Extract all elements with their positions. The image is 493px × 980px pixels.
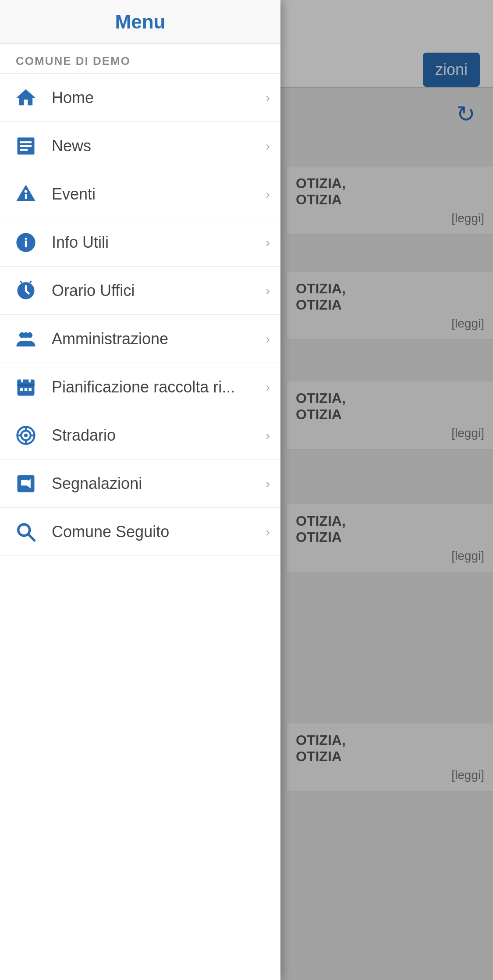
home-icon xyxy=(11,82,41,113)
overlay-dim xyxy=(276,0,493,980)
chevron-icon-orario: › xyxy=(266,283,270,298)
menu-item-home-label: Home xyxy=(52,89,266,107)
menu-item-orario[interactable]: Orario Uffici › xyxy=(0,267,280,315)
chevron-icon-comune-seguito: › xyxy=(266,524,270,539)
menu-list: Home › News › xyxy=(0,74,280,556)
menu-item-segnalazioni[interactable]: Segnalazioni › xyxy=(0,460,280,508)
svg-rect-3 xyxy=(20,149,28,150)
menu-item-comune-seguito-label: Comune Seguito xyxy=(52,523,266,541)
chevron-icon-info: › xyxy=(266,235,270,250)
menu-panel: Menu COMUNE DI DEMO Home › xyxy=(0,0,280,980)
menu-item-info-utili[interactable]: Info Utili › xyxy=(0,218,280,267)
menu-title: Menu xyxy=(115,11,166,33)
svg-rect-2 xyxy=(20,145,32,146)
segnalazioni-icon xyxy=(11,468,41,499)
chevron-icon-eventi: › xyxy=(266,187,270,202)
info-icon xyxy=(11,227,41,258)
eventi-icon xyxy=(11,179,41,210)
stradario-icon xyxy=(11,420,41,451)
admin-icon xyxy=(11,324,41,354)
svg-point-12 xyxy=(23,332,29,338)
svg-rect-16 xyxy=(20,388,23,391)
menu-item-stradario-label: Stradario xyxy=(52,426,266,445)
svg-rect-7 xyxy=(25,240,27,247)
svg-rect-15 xyxy=(18,384,35,386)
menu-item-pianificazione-label: Pianificazione raccolta ri... xyxy=(52,378,266,396)
chevron-icon-amministrazione: › xyxy=(266,331,270,346)
chevron-icon-segnalazioni: › xyxy=(266,476,270,491)
search-icon xyxy=(11,517,41,547)
svg-rect-1 xyxy=(20,141,32,143)
chevron-icon-pianificazione: › xyxy=(266,380,270,395)
menu-item-segnalazioni-label: Segnalazioni xyxy=(52,474,266,493)
news-icon xyxy=(11,131,41,161)
svg-rect-18 xyxy=(29,388,32,391)
menu-item-eventi-label: Eventi xyxy=(52,185,266,203)
menu-item-info-label: Info Utili xyxy=(52,233,266,252)
menu-item-news[interactable]: News › xyxy=(0,122,280,170)
menu-item-comune-seguito[interactable]: Comune Seguito › xyxy=(0,508,280,556)
svg-rect-17 xyxy=(25,388,28,391)
clock-icon xyxy=(11,275,41,306)
svg-point-4 xyxy=(25,190,28,193)
menu-item-stradario[interactable]: Stradario › xyxy=(0,411,280,460)
svg-rect-5 xyxy=(25,194,27,199)
menu-item-home[interactable]: Home › xyxy=(0,74,280,122)
menu-item-orario-label: Orario Uffici xyxy=(52,282,266,300)
menu-item-pianificazione[interactable]: Pianificazione raccolta ri... › xyxy=(0,363,280,411)
menu-item-amministrazione[interactable]: Amministrazione › xyxy=(0,315,280,363)
chevron-icon-news: › xyxy=(266,139,270,153)
menu-item-eventi[interactable]: Eventi › xyxy=(0,170,280,218)
menu-item-amministrazione-label: Amministrazione xyxy=(52,330,266,348)
svg-line-31 xyxy=(29,535,35,540)
svg-rect-8 xyxy=(25,238,27,239)
menu-item-news-label: News xyxy=(52,137,266,155)
menu-header: Menu xyxy=(0,0,280,44)
calendar-icon xyxy=(11,372,41,403)
chevron-icon-stradario: › xyxy=(266,428,270,443)
section-label: COMUNE DI DEMO xyxy=(0,44,280,74)
svg-point-23 xyxy=(24,433,28,437)
chevron-icon-home: › xyxy=(266,90,270,105)
